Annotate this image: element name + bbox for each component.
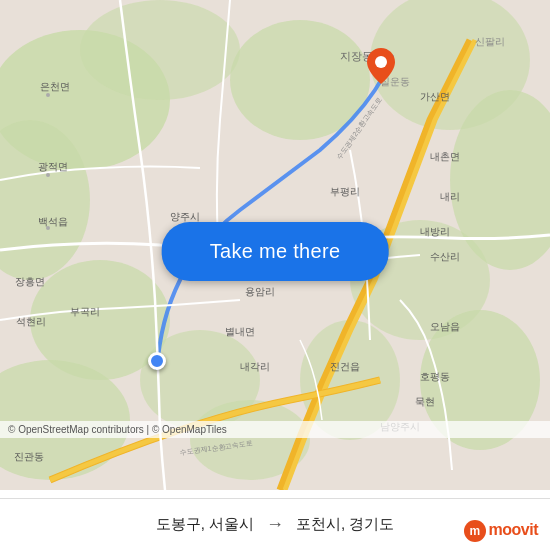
svg-text:별내면: 별내면 <box>225 326 255 337</box>
svg-point-44 <box>46 93 50 97</box>
origin-marker <box>148 352 166 370</box>
svg-text:부평리: 부평리 <box>330 186 360 197</box>
destination-label: 포천시, 경기도 <box>296 515 394 534</box>
svg-point-3 <box>80 0 240 100</box>
svg-text:신팔리: 신팔리 <box>475 36 505 47</box>
svg-point-45 <box>46 173 50 177</box>
route-info-bar: 도봉구, 서울시 → 포천시, 경기도 mmoovit <box>0 498 550 550</box>
svg-text:호평동: 호평동 <box>420 371 450 382</box>
svg-text:백석읍: 백석읍 <box>38 216 68 227</box>
svg-text:묵현: 묵현 <box>415 396 435 407</box>
svg-text:용암리: 용암리 <box>245 286 275 297</box>
moovit-icon: m <box>464 520 486 542</box>
svg-point-47 <box>375 56 387 68</box>
svg-text:은천면: 은천면 <box>40 81 70 92</box>
svg-text:석현리: 석현리 <box>16 316 46 327</box>
svg-text:가산면: 가산면 <box>420 91 450 102</box>
svg-text:수산리: 수산리 <box>430 251 460 262</box>
svg-text:진건읍: 진건읍 <box>330 361 360 372</box>
svg-text:내촌면: 내촌면 <box>430 151 460 162</box>
svg-point-46 <box>46 226 50 230</box>
svg-text:내각리: 내각리 <box>240 361 270 372</box>
destination-marker <box>367 48 395 88</box>
svg-text:진관동: 진관동 <box>14 451 44 462</box>
map-view: 수도권제2순환고속도로 수도권제1순환고속도로 은천면 광적면 백석읍 장흥면 … <box>0 0 550 490</box>
svg-text:내방리: 내방리 <box>420 226 450 237</box>
route-arrow-icon: → <box>266 514 284 535</box>
map-attribution: © OpenStreetMap contributors | © OpenMap… <box>0 421 550 438</box>
moovit-logo: mmoovit <box>464 520 538 542</box>
svg-text:양주시: 양주시 <box>170 211 200 222</box>
svg-text:장흥면: 장흥면 <box>15 276 45 287</box>
svg-text:부곡리: 부곡리 <box>70 306 100 317</box>
origin-label: 도봉구, 서울시 <box>156 515 254 534</box>
svg-text:내리: 내리 <box>440 191 460 202</box>
svg-text:광적면: 광적면 <box>38 161 68 172</box>
svg-text:오남읍: 오남읍 <box>430 321 460 332</box>
take-me-there-button[interactable]: Take me there <box>162 222 389 281</box>
